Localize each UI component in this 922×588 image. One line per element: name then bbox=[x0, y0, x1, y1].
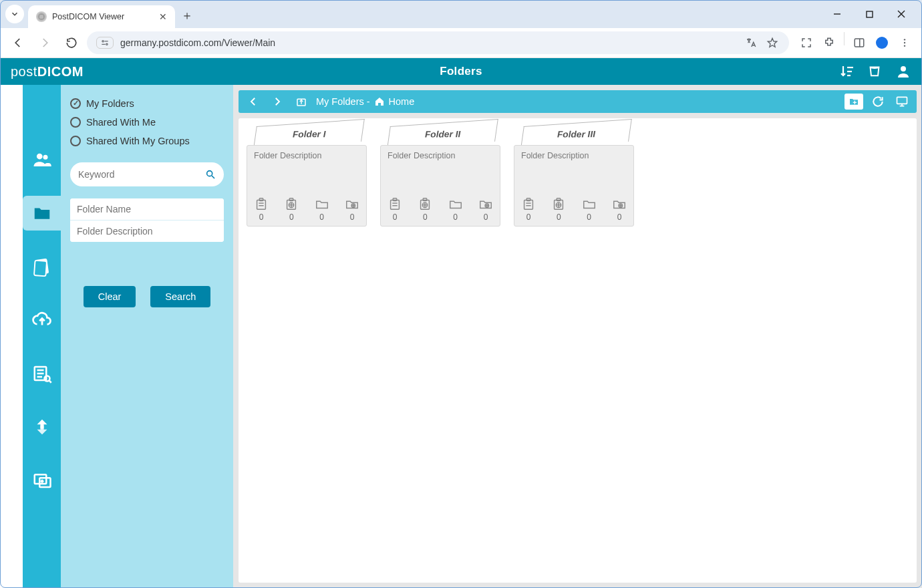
nav-forward-button[interactable] bbox=[33, 31, 56, 54]
svg-point-30 bbox=[207, 171, 212, 176]
rail-share[interactable] bbox=[23, 463, 61, 498]
folder-name: Folder III bbox=[557, 130, 595, 140]
svg-rect-51 bbox=[424, 198, 428, 201]
rail-sync[interactable] bbox=[23, 410, 61, 444]
rail-upload[interactable] bbox=[23, 303, 61, 337]
folder-desc-input[interactable] bbox=[70, 220, 224, 242]
browser-tab[interactable]: PostDICOM Viewer ✕ bbox=[28, 5, 175, 28]
svg-rect-55 bbox=[526, 198, 530, 201]
folder-stats: 0000 bbox=[521, 192, 627, 222]
folder-stat: 0 bbox=[345, 196, 359, 222]
radio-unchecked-icon bbox=[70, 136, 81, 146]
svg-rect-21 bbox=[33, 261, 46, 277]
close-icon[interactable]: ✕ bbox=[159, 11, 167, 22]
scope-label: Shared With Me bbox=[86, 117, 156, 128]
sidepanel-icon[interactable] bbox=[849, 32, 870, 53]
kebab-menu-button[interactable] bbox=[894, 32, 915, 53]
rail-worklist[interactable] bbox=[23, 356, 61, 391]
folder-stat: 0 bbox=[315, 196, 329, 222]
nav-back-icon[interactable] bbox=[244, 92, 263, 111]
folder-name: Folder II bbox=[425, 130, 460, 140]
new-tab-button[interactable]: ＋ bbox=[178, 6, 196, 25]
extensions-icon[interactable] bbox=[818, 32, 840, 53]
user-icon[interactable] bbox=[895, 63, 911, 80]
folder-card[interactable]: Folder IIIFolder Description0000 bbox=[514, 126, 634, 227]
refresh-icon[interactable] bbox=[869, 92, 887, 111]
folder-card[interactable]: Folder IFolder Description0000 bbox=[247, 126, 367, 227]
svg-rect-35 bbox=[897, 97, 907, 104]
tab-search-button[interactable] bbox=[5, 5, 24, 23]
folder-stat: 0 bbox=[448, 196, 463, 222]
svg-line-31 bbox=[212, 176, 214, 178]
search-icon[interactable] bbox=[205, 169, 216, 180]
search-button[interactable]: Search bbox=[150, 286, 210, 307]
folder-body: Folder Description0000 bbox=[380, 145, 500, 227]
svg-rect-43 bbox=[290, 198, 294, 201]
keyword-search[interactable] bbox=[70, 162, 224, 186]
stat-count: 0 bbox=[587, 212, 591, 222]
nav-forward-icon[interactable] bbox=[268, 92, 287, 111]
folder-card[interactable]: Folder IIFolder Description0000 bbox=[380, 126, 500, 227]
nav-rail bbox=[23, 85, 61, 588]
folder-description: Folder Description bbox=[254, 151, 359, 160]
profile-avatar-icon bbox=[876, 37, 888, 49]
fullscreen-icon[interactable] bbox=[796, 32, 817, 53]
stat-count: 0 bbox=[557, 212, 561, 222]
folder-toolbar: My Folders - Home bbox=[239, 90, 917, 113]
window-close-button[interactable] bbox=[886, 3, 917, 25]
rail-studies[interactable] bbox=[23, 249, 61, 284]
radio-unchecked-icon bbox=[70, 117, 81, 128]
scope-label: Shared With My Groups bbox=[86, 136, 190, 146]
site-settings-icon[interactable] bbox=[96, 37, 114, 49]
nav-back-button[interactable] bbox=[7, 31, 29, 54]
rail-folders[interactable] bbox=[23, 196, 61, 231]
stat-count: 0 bbox=[393, 212, 398, 222]
tab-strip: PostDICOM Viewer ✕ ＋ bbox=[0, 0, 922, 28]
app-header: postDICOM Folders bbox=[0, 58, 922, 85]
clear-button[interactable]: Clear bbox=[84, 286, 136, 307]
profile-button[interactable] bbox=[871, 32, 893, 53]
brand-text: postDICOM bbox=[11, 64, 84, 80]
sort-icon[interactable] bbox=[839, 63, 855, 80]
folder-stat: 0 bbox=[284, 196, 299, 222]
scope-shared-with-me[interactable]: Shared With Me bbox=[70, 117, 224, 128]
window-maximize-button[interactable] bbox=[854, 3, 885, 25]
svg-rect-54 bbox=[524, 200, 533, 210]
bookmark-star-icon[interactable] bbox=[765, 35, 780, 50]
folder-stat: 0 bbox=[478, 196, 493, 222]
breadcrumb[interactable]: My Folders - Home bbox=[316, 96, 414, 107]
presentation-icon[interactable] bbox=[893, 92, 911, 111]
stat-count: 0 bbox=[319, 212, 324, 222]
folder-scope-list: My Folders Shared With Me Shared With My… bbox=[70, 98, 224, 146]
rail-users[interactable] bbox=[23, 142, 61, 177]
new-folder-button[interactable] bbox=[844, 94, 863, 110]
svg-point-17 bbox=[901, 66, 906, 71]
scope-shared-with-groups[interactable]: Shared With My Groups bbox=[70, 136, 224, 146]
folder-stat: 0 bbox=[521, 196, 536, 222]
svg-point-4 bbox=[102, 41, 104, 42]
tab-title: PostDICOM Viewer bbox=[52, 12, 154, 21]
address-bar[interactable]: germany.postdicom.com/Viewer/Main bbox=[87, 31, 789, 54]
folder-stat: 0 bbox=[551, 196, 566, 222]
crumb-home: Home bbox=[389, 96, 415, 107]
main-area: My Folders - Home Folder IFolder Descrip… bbox=[233, 85, 922, 588]
folder-name: Folder I bbox=[293, 130, 326, 140]
svg-rect-1 bbox=[867, 11, 873, 17]
address-row: germany.postdicom.com/Viewer/Main bbox=[0, 28, 922, 57]
home-icon bbox=[374, 96, 385, 107]
svg-rect-29 bbox=[39, 478, 50, 487]
folder-name-input[interactable] bbox=[70, 198, 224, 220]
folder-stats: 0000 bbox=[254, 192, 359, 222]
folder-grid: Folder IFolder Description0000Folder IIF… bbox=[239, 118, 917, 583]
trash-icon[interactable] bbox=[867, 63, 883, 80]
keyword-input[interactable] bbox=[78, 169, 205, 180]
page-title: Folders bbox=[440, 65, 482, 78]
divider bbox=[844, 32, 844, 45]
scope-my-folders[interactable]: My Folders bbox=[70, 98, 224, 109]
nav-up-icon[interactable] bbox=[292, 92, 311, 111]
folder-stat: 0 bbox=[388, 196, 402, 222]
svg-point-19 bbox=[43, 155, 47, 160]
translate-icon[interactable] bbox=[744, 35, 758, 50]
window-minimize-button[interactable] bbox=[822, 3, 853, 25]
nav-reload-button[interactable] bbox=[60, 31, 83, 54]
